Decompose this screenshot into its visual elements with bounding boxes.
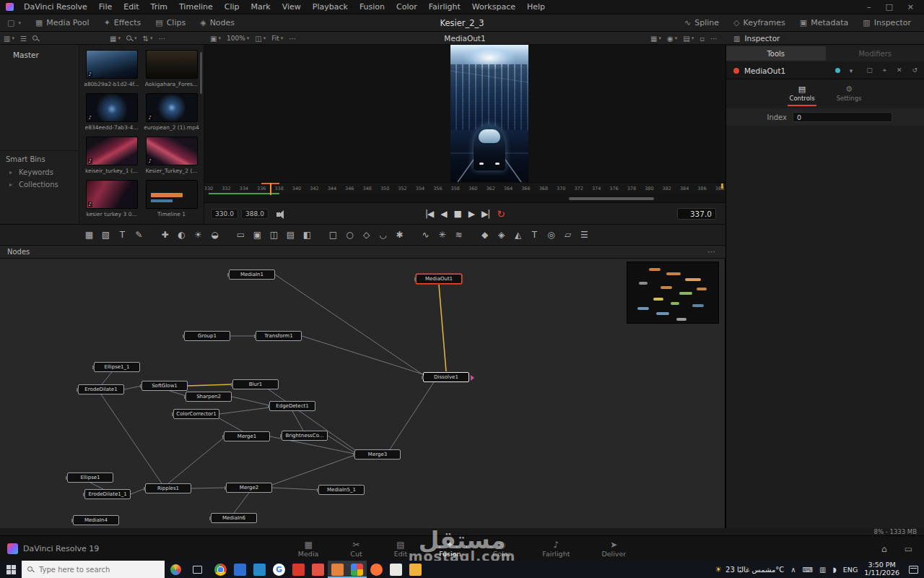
keyframes-button[interactable]: ◇Keyframes <box>726 14 793 31</box>
taskbar-chrome-app[interactable] <box>211 561 230 578</box>
page-tab-cut[interactable]: ✂Cut <box>350 540 362 558</box>
taskbar-notes-app[interactable] <box>386 561 406 578</box>
tray-expand-icon[interactable]: ∧ <box>790 566 796 574</box>
fusion-node-merge2[interactable]: Merge2 <box>226 483 272 493</box>
zoom-select[interactable]: 100%▾ <box>227 35 249 42</box>
media-grid-scrollbar[interactable] <box>200 52 202 94</box>
dve-tool-icon[interactable]: ▣ <box>249 227 266 243</box>
rectangle-mask-tool-icon[interactable]: □ <box>325 227 341 243</box>
fusion-node-ellipse1-1[interactable]: Ellipse1_1 <box>94 362 140 372</box>
text-plus-tool-icon[interactable]: T <box>114 227 131 243</box>
minimize-button[interactable]: – <box>867 2 871 12</box>
network-icon[interactable]: ▥ <box>819 566 826 574</box>
play-button[interactable]: ▶ <box>468 209 474 219</box>
language-indicator[interactable]: ENG <box>843 566 858 574</box>
stop-button[interactable]: ■ <box>453 209 461 219</box>
effects-button[interactable]: ✦Effects <box>97 14 149 31</box>
media-pool-button[interactable]: ▦Media Pool <box>28 14 97 31</box>
media-item-aokigahara-fores[interactable]: Aokigahara_Fores... <box>144 50 199 93</box>
fusion-node-erodedilate1-1[interactable]: ErodeDilate1_1 <box>84 489 131 499</box>
sort-button[interactable]: ⇅▾ <box>142 35 152 43</box>
nodes-panel-menu-icon[interactable]: ⋯ <box>707 247 715 256</box>
taskbar-firefox-app[interactable] <box>367 561 386 578</box>
fit-select[interactable]: Fit▾ <box>271 35 283 42</box>
taskbar-folder-app[interactable] <box>406 561 425 578</box>
touch-keyboard-icon[interactable]: ⌨ <box>803 566 813 574</box>
inspector-tab-tools[interactable]: Tools <box>726 46 826 61</box>
fusion-node-erodedilate1[interactable]: ErodeDilate1 <box>78 384 124 394</box>
media-item-european-2-1-mp4[interactable]: ♪european_2 (1).mp4 <box>144 93 199 137</box>
fusion-node-merge1[interactable]: Merge1 <box>224 431 270 441</box>
volume-icon[interactable]: ◗ <box>833 566 837 574</box>
inspector-tab-modifiers[interactable]: Modifiers <box>826 46 924 61</box>
layers-tool-icon[interactable]: ◫ <box>266 227 282 243</box>
bin-display-button[interactable]: ▥▾ <box>4 35 14 43</box>
menu-color[interactable]: Color <box>391 0 423 14</box>
chevron-down-icon[interactable]: ▾ <box>850 67 853 74</box>
playhead[interactable] <box>270 183 271 195</box>
page-tab-media[interactable]: ▦Media <box>298 540 319 558</box>
page-tab-edit[interactable]: ▤Edit <box>394 540 407 558</box>
media-item-kesier-turkey-2[interactable]: ♪Kesier_Turkey_2 (... <box>144 137 199 180</box>
project-manager-icon[interactable]: ▭ <box>905 544 912 554</box>
fusion-node-edgedetect1[interactable]: EdgeDetect1 <box>269 401 315 411</box>
merge-3d-tool-icon[interactable]: ◆ <box>476 227 493 243</box>
media-item-keiseir-turkey-1[interactable]: ♪keiseir_turkey_1 (... <box>84 137 139 180</box>
menu-playback[interactable]: Playback <box>307 0 354 14</box>
pin-icon[interactable]: ⌖ <box>883 66 886 74</box>
layout-select[interactable]: ▦▾ <box>650 35 661 43</box>
matte-control-tool-icon[interactable]: ◧ <box>299 227 315 243</box>
paint-tool-icon[interactable]: ✎ <box>131 227 147 243</box>
media-item-timeline-1[interactable]: Timeline 1 <box>144 180 199 223</box>
taskbar-media-app[interactable] <box>250 561 269 578</box>
lock-icon[interactable]: ✕ <box>897 66 902 74</box>
blur-tool-icon[interactable]: ◒ <box>206 227 223 243</box>
media-pool-menu-button[interactable]: ⋯ <box>158 35 165 43</box>
clips-button[interactable]: ▤Clips <box>148 14 193 31</box>
render-3d-tool-icon[interactable]: ◎ <box>543 227 559 243</box>
fusion-node-colorcorrector1[interactable]: ColorCorrector1 <box>173 409 219 419</box>
page-tab-fairlight[interactable]: ♪Fairlight <box>542 540 570 558</box>
audio-mute-icon[interactable] <box>276 210 287 219</box>
color-corrector-tool-icon[interactable]: ◐ <box>173 227 190 243</box>
fusion-node-mediain1[interactable]: MediaIn1 <box>229 269 275 280</box>
page-tab-color[interactable]: ◎Color <box>493 540 511 558</box>
bin-item-keywords[interactable]: Keywords <box>0 166 79 178</box>
menu-help[interactable]: Help <box>521 0 551 14</box>
fusion-node-blur1[interactable]: Blur1 <box>232 379 279 389</box>
fusion-node-ellipse1[interactable]: Ellipse1 <box>67 473 113 483</box>
fusion-node-merge3[interactable]: Merge3 <box>354 449 401 460</box>
menu-edit[interactable]: Edit <box>118 0 144 14</box>
clock[interactable]: 3:50 PM 1/11/2026 <box>864 561 899 577</box>
media-item-kesier-turkey-3-0[interactable]: ♪kesier turkey 3 0... <box>84 180 139 223</box>
viewer-menu[interactable]: ⋯ <box>710 35 718 43</box>
fusion-node-mediain5-1[interactable]: MediaIn5_1 <box>318 485 365 495</box>
maximize-button[interactable]: □ <box>885 2 892 12</box>
inspector-node-row[interactable]: MediaOut1 ▾ ▢⌖✕↺ <box>726 62 924 79</box>
render-in-field[interactable]: 330.0 <box>211 209 238 219</box>
fusion-node-brightnessco[interactable]: BrightnessCo... <box>282 431 328 441</box>
thumbnail-view-button[interactable]: ▦▾ <box>110 35 121 43</box>
menu-timeline[interactable]: Timeline <box>173 0 219 14</box>
render-out-field[interactable]: 388.0 <box>241 209 269 219</box>
viewer-timeline-ruler[interactable]: 3303323343363383403423443463483503523543… <box>204 182 725 195</box>
metadata-button[interactable]: ▣Metadata <box>793 14 856 31</box>
bspline-mask-tool-icon[interactable]: ◡ <box>375 227 391 243</box>
taskbar-mail-app[interactable] <box>308 561 328 578</box>
sticky-note-tool-icon[interactable]: ▱ <box>559 227 576 243</box>
inspector-button[interactable]: ▥Inspector <box>855 14 918 31</box>
particles-tool-icon[interactable]: ✳ <box>434 227 450 243</box>
menu-davinci-resolve[interactable]: DaVinci Resolve <box>18 0 93 14</box>
interface-toggle-button[interactable]: ▢▾ <box>0 14 28 31</box>
close-button[interactable]: × <box>907 2 914 12</box>
taskbar-google-app[interactable]: G <box>269 561 289 578</box>
task-view-icon[interactable] <box>193 566 202 574</box>
index-input[interactable]: 0 <box>793 112 892 122</box>
inspector-subtab-controls[interactable]: ▤Controls <box>786 83 817 103</box>
channel-booleans-tool-icon[interactable]: ▤ <box>282 227 299 243</box>
magic-mask-tool-icon[interactable]: ✱ <box>391 227 408 243</box>
search-input[interactable] <box>39 566 147 574</box>
menu-mark[interactable]: Mark <box>245 0 276 14</box>
weather-widget[interactable]: ☀ مشمس غالبًا 23°C <box>715 565 784 574</box>
fusion-node-sharpen2[interactable]: Sharpen2 <box>186 392 232 402</box>
